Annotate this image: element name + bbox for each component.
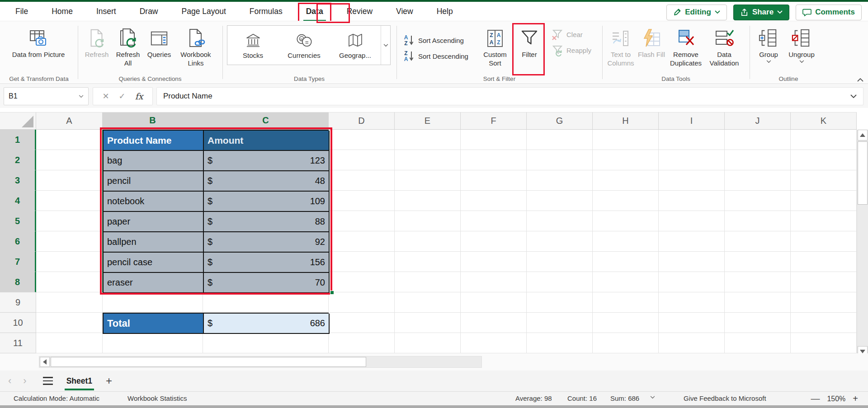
queries-button[interactable]: Queries xyxy=(145,25,174,59)
scroll-left-button[interactable] xyxy=(40,357,50,367)
row-header-10[interactable]: 10 xyxy=(0,313,36,333)
row-header-5[interactable]: 5 xyxy=(0,211,36,231)
row-header-2[interactable]: 2 xyxy=(0,150,36,170)
column-header-a[interactable]: A xyxy=(36,113,103,129)
column-header-j[interactable]: J xyxy=(725,113,791,129)
total-amount-cell[interactable]: $ 686 xyxy=(204,314,330,334)
menu-tab-data[interactable]: Data xyxy=(304,4,325,19)
refresh-all-button[interactable]: Refresh All xyxy=(112,25,144,67)
editing-mode-button[interactable]: Editing xyxy=(666,5,727,20)
data-from-picture-button[interactable]: Data from Picture xyxy=(8,25,69,59)
column-header-g[interactable]: G xyxy=(527,113,593,129)
calculation-mode-status[interactable]: Calculation Mode: Automatic xyxy=(14,394,99,402)
total-label-cell[interactable]: Total xyxy=(104,314,204,334)
menu-tab-formulas[interactable]: Formulas xyxy=(248,4,284,19)
amount-cell[interactable]: $48 xyxy=(204,171,330,192)
cells-area[interactable]: Product NameAmountbag$123pencil$48notebo… xyxy=(36,130,857,353)
share-button[interactable]: Share xyxy=(733,5,789,20)
status-sum[interactable]: Sum: 686 xyxy=(610,394,639,402)
menu-tab-view[interactable]: View xyxy=(394,4,415,19)
product-name-cell[interactable]: notebook xyxy=(104,192,204,212)
column-header-d[interactable]: D xyxy=(329,113,395,129)
data-type-geography[interactable]: Geograp... xyxy=(330,26,381,65)
menu-tab-file[interactable]: File xyxy=(14,4,30,19)
horizontal-scrollbar[interactable] xyxy=(39,356,482,368)
menu-tab-draw[interactable]: Draw xyxy=(138,4,160,19)
collapse-ribbon-button[interactable] xyxy=(857,78,863,82)
confirm-formula-icon[interactable]: ✓ xyxy=(119,91,126,101)
menu-tab-insert[interactable]: Insert xyxy=(94,4,118,19)
reapply-filter-button[interactable]: Reapply xyxy=(551,44,591,56)
header-cell-product-name[interactable]: Product Name xyxy=(104,131,204,151)
insert-function-icon[interactable]: fx xyxy=(135,91,143,101)
next-sheet-icon[interactable]: › xyxy=(23,375,26,387)
status-count[interactable]: Count: 16 xyxy=(567,394,597,402)
previous-sheet-icon[interactable]: ‹ xyxy=(8,375,11,387)
menu-tab-page-layout[interactable]: Page Layout xyxy=(180,4,228,19)
sheet-list-menu-icon[interactable] xyxy=(43,377,53,385)
column-header-e[interactable]: E xyxy=(395,113,461,129)
formula-input[interactable]: Product Name xyxy=(156,87,863,105)
comments-button[interactable]: Comments xyxy=(796,5,862,20)
expand-formula-bar-icon[interactable] xyxy=(850,94,857,98)
cancel-formula-icon[interactable]: ✕ xyxy=(103,91,109,101)
custom-sort-button[interactable]: ZAAZ Custom Sort xyxy=(478,25,512,67)
amount-cell[interactable]: $70 xyxy=(204,273,330,293)
column-header-h[interactable]: H xyxy=(593,113,659,129)
amount-cell[interactable]: $92 xyxy=(204,232,330,253)
aggregate-options-icon[interactable] xyxy=(650,396,655,399)
zoom-level[interactable]: 150% xyxy=(827,395,845,403)
zoom-in-icon[interactable]: + xyxy=(853,394,858,404)
fill-handle[interactable] xyxy=(330,291,334,295)
column-header-b[interactable]: B xyxy=(103,113,203,129)
amount-cell[interactable]: $88 xyxy=(204,212,330,232)
column-header-k[interactable]: K xyxy=(791,113,857,129)
name-box[interactable]: B1 xyxy=(4,87,89,105)
clear-filter-button[interactable]: Clear xyxy=(551,28,583,41)
zoom-out-icon[interactable]: — xyxy=(811,394,820,404)
amount-cell[interactable]: $123 xyxy=(204,151,330,171)
row-header-6[interactable]: 6 xyxy=(0,231,36,252)
product-name-cell[interactable]: bag xyxy=(104,151,204,171)
row-header-7[interactable]: 7 xyxy=(0,252,36,272)
flash-fill-button[interactable]: Flash Fill xyxy=(637,25,665,59)
product-name-cell[interactable]: pencil case xyxy=(104,253,204,273)
product-name-cell[interactable]: ballpen xyxy=(104,232,204,253)
workbook-statistics-button[interactable]: Workbook Statistics xyxy=(127,394,187,402)
menu-tab-help[interactable]: Help xyxy=(435,4,455,19)
product-name-cell[interactable]: eraser xyxy=(104,273,204,293)
row-header-11[interactable]: 11 xyxy=(0,333,36,353)
add-sheet-icon[interactable]: + xyxy=(106,375,112,387)
select-all-button[interactable] xyxy=(0,113,36,129)
vertical-scrollbar-thumb[interactable] xyxy=(858,141,868,205)
menu-tab-home[interactable]: Home xyxy=(50,4,75,19)
refresh-button[interactable]: Refresh xyxy=(82,25,111,59)
vertical-scrollbar[interactable] xyxy=(857,130,868,357)
menu-tab-review[interactable]: Review xyxy=(345,4,374,19)
header-cell-amount[interactable]: Amount xyxy=(204,131,330,151)
data-types-more-button[interactable] xyxy=(381,26,390,65)
remove-duplicates-button[interactable]: Remove Duplicates xyxy=(666,25,705,67)
row-header-8[interactable]: 8 xyxy=(0,272,36,292)
column-header-c[interactable]: C xyxy=(203,113,329,129)
amount-cell[interactable]: $156 xyxy=(204,253,330,273)
filter-button[interactable]: Filter xyxy=(515,25,543,59)
sort-descending-button[interactable]: ZA Sort Descending xyxy=(402,50,468,62)
ungroup-button[interactable]: Ungroup xyxy=(785,25,818,63)
product-name-cell[interactable]: pencil xyxy=(104,171,204,192)
feedback-link[interactable]: Give Feedback to Microsoft xyxy=(684,394,766,402)
text-to-columns-button[interactable]: Text to Columns xyxy=(605,25,637,67)
product-name-cell[interactable]: paper xyxy=(104,212,204,232)
status-average[interactable]: Average: 98 xyxy=(515,394,552,402)
group-button[interactable]: Group xyxy=(753,25,784,63)
row-header-4[interactable]: 4 xyxy=(0,191,36,211)
amount-cell[interactable]: $109 xyxy=(204,192,330,212)
row-header-1[interactable]: 1 xyxy=(0,130,36,150)
row-header-9[interactable]: 9 xyxy=(0,292,36,313)
sheet-tab-sheet1[interactable]: Sheet1 xyxy=(65,372,94,390)
data-type-stocks[interactable]: Stocks xyxy=(227,26,278,65)
column-header-f[interactable]: F xyxy=(461,113,527,129)
scroll-up-button[interactable] xyxy=(858,130,868,141)
sort-ascending-button[interactable]: AZ Sort Ascending xyxy=(402,34,464,47)
horizontal-scrollbar-thumb[interactable] xyxy=(51,357,366,367)
